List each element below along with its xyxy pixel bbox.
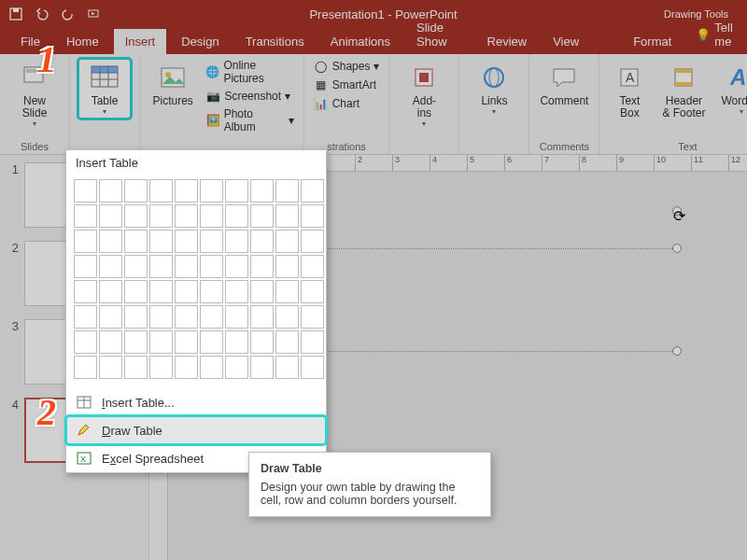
table-grid-cell[interactable]: [99, 179, 122, 203]
table-grid-cell[interactable]: [200, 230, 223, 253]
table-grid-cell[interactable]: [149, 204, 173, 228]
table-grid-cell[interactable]: [225, 305, 248, 329]
links-button[interactable]: Links ▾: [467, 58, 521, 119]
table-button[interactable]: Table ▾: [78, 58, 132, 119]
table-grid-cell[interactable]: [275, 255, 299, 278]
header-footer-button[interactable]: Header & Footer: [657, 58, 710, 123]
comment-button[interactable]: Comment: [537, 58, 591, 111]
table-grid-cell[interactable]: [175, 179, 198, 203]
table-grid-cell[interactable]: [225, 280, 248, 303]
table-grid-cell[interactable]: [99, 356, 122, 379]
rotate-handle-icon[interactable]: ⟳: [672, 206, 682, 216]
photo-album-button[interactable]: 🖼️Photo Album▾: [204, 106, 295, 134]
table-grid-cell[interactable]: [275, 179, 299, 203]
table-grid-cell[interactable]: [250, 330, 274, 354]
table-grid-cell[interactable]: [275, 230, 299, 253]
table-grid-cell[interactable]: [225, 230, 248, 253]
table-grid-cell[interactable]: [250, 179, 274, 203]
table-grid-cell[interactable]: [200, 356, 223, 379]
table-grid-cell[interactable]: [99, 230, 122, 253]
table-grid-cell[interactable]: [99, 305, 122, 329]
table-grid-cell[interactable]: [149, 280, 173, 303]
tab-view[interactable]: View: [542, 29, 590, 54]
table-grid-cell[interactable]: [301, 356, 324, 379]
redo-icon[interactable]: [60, 6, 77, 22]
pictures-button[interactable]: Pictures: [148, 58, 198, 111]
tab-insert[interactable]: Insert: [114, 29, 167, 54]
tab-animations[interactable]: Animations: [319, 29, 402, 54]
save-icon[interactable]: [7, 6, 24, 22]
table-grid-cell[interactable]: [99, 255, 122, 278]
table-grid-cell[interactable]: [149, 356, 173, 379]
table-grid-cell[interactable]: [301, 204, 324, 228]
selection-handle[interactable]: [672, 244, 682, 253]
table-grid-cell[interactable]: [149, 230, 173, 253]
table-grid-cell[interactable]: [175, 280, 198, 303]
tab-home[interactable]: Home: [55, 29, 110, 54]
insert-table-menu-item[interactable]: Insert Table...: [66, 388, 326, 416]
table-grid-cell[interactable]: [175, 356, 198, 379]
table-grid-cell[interactable]: [301, 179, 324, 203]
table-grid-cell[interactable]: [250, 356, 274, 379]
shapes-button[interactable]: ◯Shapes▾: [312, 58, 382, 75]
start-from-beginning-icon[interactable]: [86, 6, 103, 22]
wordart-button[interactable]: A WordArt ▾: [715, 58, 747, 119]
table-grid-cell[interactable]: [74, 330, 97, 354]
table-grid-cell[interactable]: [250, 305, 274, 329]
tell-me[interactable]: 💡Tell me: [686, 15, 747, 54]
table-grid-cell[interactable]: [225, 356, 248, 379]
table-grid-cell[interactable]: [124, 179, 148, 203]
table-grid-cell[interactable]: [99, 280, 122, 303]
text-box-button[interactable]: A Text Box: [607, 58, 652, 123]
table-grid-cell[interactable]: [200, 179, 223, 203]
table-grid-cell[interactable]: [175, 204, 198, 228]
table-grid-cell[interactable]: [124, 280, 148, 303]
table-grid-cell[interactable]: [275, 330, 299, 354]
table-grid-cell[interactable]: [250, 230, 274, 253]
tab-review[interactable]: Review: [476, 29, 539, 54]
table-grid-cell[interactable]: [74, 255, 97, 278]
table-grid-cell[interactable]: [124, 356, 148, 379]
table-grid-cell[interactable]: [124, 230, 148, 253]
table-grid-cell[interactable]: [74, 230, 97, 253]
table-grid-cell[interactable]: [124, 204, 148, 228]
draw-table-menu-item[interactable]: Draw Table: [66, 416, 326, 444]
table-grid-cell[interactable]: [225, 179, 248, 203]
table-grid-cell[interactable]: [74, 280, 97, 303]
table-grid-cell[interactable]: [225, 204, 248, 228]
table-grid-cell[interactable]: [149, 179, 173, 203]
undo-icon[interactable]: [34, 6, 50, 22]
table-grid-cell[interactable]: [124, 305, 148, 329]
table-grid-cell[interactable]: [301, 280, 324, 303]
table-grid-cell[interactable]: [149, 330, 173, 354]
table-grid-cell[interactable]: [149, 255, 173, 278]
table-grid-cell[interactable]: [175, 230, 198, 253]
table-grid-cell[interactable]: [175, 330, 198, 354]
table-grid-cell[interactable]: [250, 204, 274, 228]
table-grid-cell[interactable]: [99, 204, 122, 228]
table-grid-cell[interactable]: [225, 330, 248, 354]
tab-slide-show[interactable]: Slide Show: [405, 15, 472, 54]
online-pictures-button[interactable]: 🌐Online Pictures: [204, 58, 295, 86]
table-grid-cell[interactable]: [301, 305, 324, 329]
table-grid-cell[interactable]: [175, 255, 198, 278]
table-grid-cell[interactable]: [200, 255, 223, 278]
chart-button[interactable]: 📊Chart: [312, 95, 382, 112]
smartart-button[interactable]: ▦SmartArt: [312, 77, 382, 93]
table-grid-cell[interactable]: [275, 356, 299, 379]
tab-design[interactable]: Design: [170, 29, 230, 54]
table-grid-cell[interactable]: [200, 305, 223, 329]
table-grid-cell[interactable]: [301, 255, 324, 278]
tab-transitions[interactable]: Transitions: [234, 29, 316, 54]
table-grid-cell[interactable]: [74, 179, 97, 203]
table-grid-cell[interactable]: [250, 255, 274, 278]
table-grid-cell[interactable]: [74, 305, 97, 329]
table-grid-cell[interactable]: [275, 305, 299, 329]
tab-format[interactable]: Format: [622, 29, 683, 54]
table-size-grid[interactable]: [66, 175, 326, 388]
table-grid-cell[interactable]: [275, 280, 299, 303]
addins-button[interactable]: Add- ins ▾: [397, 58, 451, 132]
table-grid-cell[interactable]: [225, 255, 248, 278]
table-grid-cell[interactable]: [200, 280, 223, 303]
table-grid-cell[interactable]: [74, 356, 97, 379]
